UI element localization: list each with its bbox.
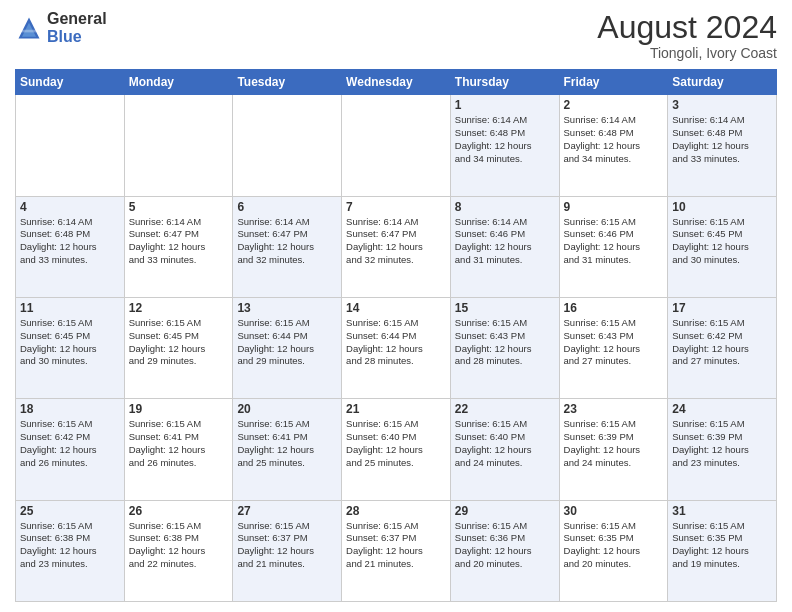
calendar-cell: 13Sunrise: 6:15 AM Sunset: 6:44 PM Dayli…	[233, 297, 342, 398]
day-number: 3	[672, 98, 772, 112]
calendar-week-1: 4Sunrise: 6:14 AM Sunset: 6:48 PM Daylig…	[16, 196, 777, 297]
calendar-week-4: 25Sunrise: 6:15 AM Sunset: 6:38 PM Dayli…	[16, 500, 777, 601]
day-info: Sunrise: 6:15 AM Sunset: 6:39 PM Dayligh…	[564, 418, 664, 469]
day-number: 5	[129, 200, 229, 214]
calendar-header-tuesday: Tuesday	[233, 70, 342, 95]
day-number: 29	[455, 504, 555, 518]
calendar-header-monday: Monday	[124, 70, 233, 95]
day-info: Sunrise: 6:14 AM Sunset: 6:47 PM Dayligh…	[346, 216, 446, 267]
calendar-header-saturday: Saturday	[668, 70, 777, 95]
calendar-cell: 21Sunrise: 6:15 AM Sunset: 6:40 PM Dayli…	[342, 399, 451, 500]
calendar-cell: 6Sunrise: 6:14 AM Sunset: 6:47 PM Daylig…	[233, 196, 342, 297]
day-number: 27	[237, 504, 337, 518]
calendar-cell	[342, 95, 451, 196]
day-info: Sunrise: 6:15 AM Sunset: 6:37 PM Dayligh…	[346, 520, 446, 571]
day-info: Sunrise: 6:15 AM Sunset: 6:40 PM Dayligh…	[455, 418, 555, 469]
day-number: 14	[346, 301, 446, 315]
calendar-cell: 29Sunrise: 6:15 AM Sunset: 6:36 PM Dayli…	[450, 500, 559, 601]
calendar-week-3: 18Sunrise: 6:15 AM Sunset: 6:42 PM Dayli…	[16, 399, 777, 500]
day-number: 13	[237, 301, 337, 315]
day-number: 9	[564, 200, 664, 214]
calendar-cell: 1Sunrise: 6:14 AM Sunset: 6:48 PM Daylig…	[450, 95, 559, 196]
day-info: Sunrise: 6:15 AM Sunset: 6:37 PM Dayligh…	[237, 520, 337, 571]
logo-icon	[15, 14, 43, 42]
title-block: August 2024 Tiongoli, Ivory Coast	[597, 10, 777, 61]
day-info: Sunrise: 6:15 AM Sunset: 6:38 PM Dayligh…	[129, 520, 229, 571]
calendar-header-wednesday: Wednesday	[342, 70, 451, 95]
calendar-cell: 5Sunrise: 6:14 AM Sunset: 6:47 PM Daylig…	[124, 196, 233, 297]
calendar-cell: 3Sunrise: 6:14 AM Sunset: 6:48 PM Daylig…	[668, 95, 777, 196]
svg-rect-2	[22, 29, 36, 32]
calendar-table: SundayMondayTuesdayWednesdayThursdayFrid…	[15, 69, 777, 602]
main-title: August 2024	[597, 10, 777, 45]
calendar-header-friday: Friday	[559, 70, 668, 95]
day-number: 6	[237, 200, 337, 214]
day-info: Sunrise: 6:15 AM Sunset: 6:36 PM Dayligh…	[455, 520, 555, 571]
calendar-cell: 25Sunrise: 6:15 AM Sunset: 6:38 PM Dayli…	[16, 500, 125, 601]
logo-general: General	[47, 10, 107, 28]
day-info: Sunrise: 6:15 AM Sunset: 6:41 PM Dayligh…	[237, 418, 337, 469]
day-number: 30	[564, 504, 664, 518]
calendar-cell: 10Sunrise: 6:15 AM Sunset: 6:45 PM Dayli…	[668, 196, 777, 297]
day-number: 25	[20, 504, 120, 518]
day-number: 12	[129, 301, 229, 315]
calendar-cell: 18Sunrise: 6:15 AM Sunset: 6:42 PM Dayli…	[16, 399, 125, 500]
day-number: 17	[672, 301, 772, 315]
day-number: 20	[237, 402, 337, 416]
calendar-cell	[16, 95, 125, 196]
day-number: 7	[346, 200, 446, 214]
day-number: 19	[129, 402, 229, 416]
calendar-cell: 31Sunrise: 6:15 AM Sunset: 6:35 PM Dayli…	[668, 500, 777, 601]
calendar-cell: 8Sunrise: 6:14 AM Sunset: 6:46 PM Daylig…	[450, 196, 559, 297]
subtitle: Tiongoli, Ivory Coast	[597, 45, 777, 61]
day-info: Sunrise: 6:15 AM Sunset: 6:45 PM Dayligh…	[129, 317, 229, 368]
page: General Blue August 2024 Tiongoli, Ivory…	[0, 0, 792, 612]
day-number: 18	[20, 402, 120, 416]
day-number: 16	[564, 301, 664, 315]
calendar-cell: 2Sunrise: 6:14 AM Sunset: 6:48 PM Daylig…	[559, 95, 668, 196]
header: General Blue August 2024 Tiongoli, Ivory…	[15, 10, 777, 61]
calendar-cell: 15Sunrise: 6:15 AM Sunset: 6:43 PM Dayli…	[450, 297, 559, 398]
day-info: Sunrise: 6:15 AM Sunset: 6:39 PM Dayligh…	[672, 418, 772, 469]
logo: General Blue	[15, 10, 107, 45]
day-info: Sunrise: 6:14 AM Sunset: 6:48 PM Dayligh…	[672, 114, 772, 165]
calendar-cell: 30Sunrise: 6:15 AM Sunset: 6:35 PM Dayli…	[559, 500, 668, 601]
calendar-week-0: 1Sunrise: 6:14 AM Sunset: 6:48 PM Daylig…	[16, 95, 777, 196]
calendar-header-thursday: Thursday	[450, 70, 559, 95]
day-info: Sunrise: 6:15 AM Sunset: 6:38 PM Dayligh…	[20, 520, 120, 571]
calendar-cell: 19Sunrise: 6:15 AM Sunset: 6:41 PM Dayli…	[124, 399, 233, 500]
day-info: Sunrise: 6:14 AM Sunset: 6:46 PM Dayligh…	[455, 216, 555, 267]
calendar-cell: 11Sunrise: 6:15 AM Sunset: 6:45 PM Dayli…	[16, 297, 125, 398]
calendar-week-2: 11Sunrise: 6:15 AM Sunset: 6:45 PM Dayli…	[16, 297, 777, 398]
day-info: Sunrise: 6:14 AM Sunset: 6:47 PM Dayligh…	[129, 216, 229, 267]
calendar-cell: 24Sunrise: 6:15 AM Sunset: 6:39 PM Dayli…	[668, 399, 777, 500]
day-info: Sunrise: 6:15 AM Sunset: 6:42 PM Dayligh…	[20, 418, 120, 469]
day-number: 4	[20, 200, 120, 214]
day-info: Sunrise: 6:15 AM Sunset: 6:45 PM Dayligh…	[20, 317, 120, 368]
calendar-cell: 22Sunrise: 6:15 AM Sunset: 6:40 PM Dayli…	[450, 399, 559, 500]
logo-blue: Blue	[47, 28, 107, 46]
day-info: Sunrise: 6:14 AM Sunset: 6:48 PM Dayligh…	[20, 216, 120, 267]
day-number: 24	[672, 402, 772, 416]
calendar-cell: 7Sunrise: 6:14 AM Sunset: 6:47 PM Daylig…	[342, 196, 451, 297]
calendar-cell: 23Sunrise: 6:15 AM Sunset: 6:39 PM Dayli…	[559, 399, 668, 500]
calendar-cell: 14Sunrise: 6:15 AM Sunset: 6:44 PM Dayli…	[342, 297, 451, 398]
day-info: Sunrise: 6:15 AM Sunset: 6:44 PM Dayligh…	[237, 317, 337, 368]
day-number: 21	[346, 402, 446, 416]
day-info: Sunrise: 6:14 AM Sunset: 6:47 PM Dayligh…	[237, 216, 337, 267]
calendar-cell: 17Sunrise: 6:15 AM Sunset: 6:42 PM Dayli…	[668, 297, 777, 398]
calendar-header-sunday: Sunday	[16, 70, 125, 95]
day-number: 10	[672, 200, 772, 214]
day-info: Sunrise: 6:15 AM Sunset: 6:35 PM Dayligh…	[564, 520, 664, 571]
calendar-cell	[233, 95, 342, 196]
day-number: 22	[455, 402, 555, 416]
calendar-cell: 20Sunrise: 6:15 AM Sunset: 6:41 PM Dayli…	[233, 399, 342, 500]
day-number: 26	[129, 504, 229, 518]
calendar-cell: 4Sunrise: 6:14 AM Sunset: 6:48 PM Daylig…	[16, 196, 125, 297]
day-number: 1	[455, 98, 555, 112]
calendar-cell: 27Sunrise: 6:15 AM Sunset: 6:37 PM Dayli…	[233, 500, 342, 601]
day-number: 2	[564, 98, 664, 112]
day-number: 8	[455, 200, 555, 214]
calendar-cell: 28Sunrise: 6:15 AM Sunset: 6:37 PM Dayli…	[342, 500, 451, 601]
day-info: Sunrise: 6:15 AM Sunset: 6:43 PM Dayligh…	[564, 317, 664, 368]
